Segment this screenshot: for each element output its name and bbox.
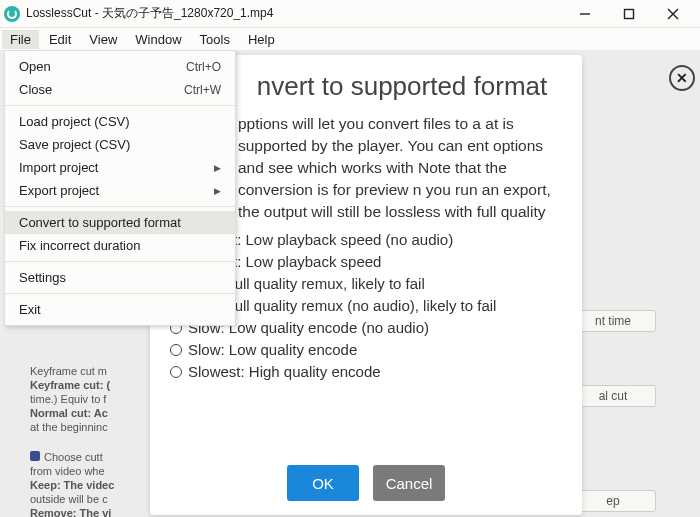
file-dropdown: OpenCtrl+O CloseCtrl+W Load project (CSV… [4, 50, 236, 326]
radio-icon [170, 344, 182, 356]
chevron-right-icon: ▶ [214, 163, 221, 173]
window-title: LosslessCut - 天気の子予告_1280x720_1.mp4 [26, 5, 570, 22]
menu-import-project[interactable]: Import project▶ [5, 156, 235, 179]
menu-separator [5, 261, 235, 262]
menu-separator [5, 293, 235, 294]
option-slowest[interactable]: Slowest: High quality encode [170, 361, 582, 383]
menu-bar: File Edit View Window Tools Help [0, 28, 700, 50]
ok-button[interactable]: OK [287, 465, 359, 501]
menu-fix-duration[interactable]: Fix incorrect duration [5, 234, 235, 257]
menu-convert-format[interactable]: Convert to supported format [5, 211, 235, 234]
title-bar: LosslessCut - 天気の子予告_1280x720_1.mp4 [0, 0, 700, 28]
menu-close[interactable]: CloseCtrl+W [5, 78, 235, 101]
bg-text-1: Keyframe cut m Keyframe cut: ( time.) Eq… [30, 364, 150, 434]
bg-button-time[interactable]: nt time [570, 310, 656, 332]
maximize-button[interactable] [614, 4, 644, 24]
chevron-right-icon: ▶ [214, 186, 221, 196]
dialog-buttons: OK Cancel [150, 465, 582, 501]
radio-icon [170, 366, 182, 378]
menu-edit[interactable]: Edit [41, 30, 79, 49]
cancel-button[interactable]: Cancel [373, 465, 445, 501]
menu-open[interactable]: OpenCtrl+O [5, 55, 235, 78]
menu-separator [5, 206, 235, 207]
app-icon [4, 6, 20, 22]
menu-separator [5, 105, 235, 106]
menu-tools[interactable]: Tools [192, 30, 238, 49]
menu-settings[interactable]: Settings [5, 266, 235, 289]
menu-exit[interactable]: Exit [5, 298, 235, 321]
menu-load-csv[interactable]: Load project (CSV) [5, 110, 235, 133]
menu-file[interactable]: File [2, 30, 39, 49]
menu-help[interactable]: Help [240, 30, 283, 49]
bg-button-cut[interactable]: al cut [570, 385, 656, 407]
minimize-button[interactable] [570, 4, 600, 24]
close-button[interactable] [658, 4, 688, 24]
menu-save-csv[interactable]: Save project (CSV) [5, 133, 235, 156]
bg-text-2: Choose cutt from video whe Keep: The vid… [30, 450, 150, 517]
bg-button-ep[interactable]: ep [570, 490, 656, 512]
menu-export-project[interactable]: Export project▶ [5, 179, 235, 202]
option-slow[interactable]: Slow: Low quality encode [170, 339, 582, 361]
dialog-close-button[interactable]: ✕ [669, 65, 695, 91]
svg-rect-1 [625, 9, 634, 18]
menu-window[interactable]: Window [127, 30, 189, 49]
menu-view[interactable]: View [81, 30, 125, 49]
window-controls [570, 4, 696, 24]
